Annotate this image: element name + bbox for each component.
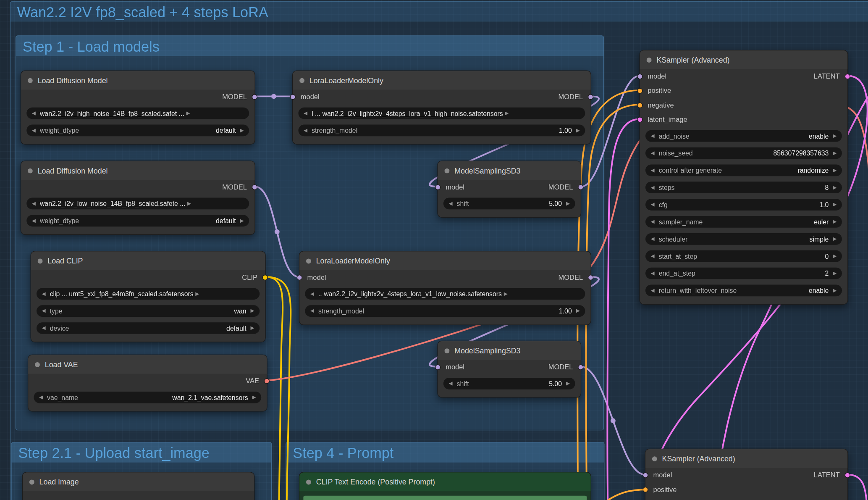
widget-steps[interactable]: ◀steps8▶ — [645, 182, 842, 193]
widget-device[interactable]: ◀devicedefault▶ — [37, 322, 260, 334]
widget-control_after_generate[interactable]: ◀control after generaterandomize▶ — [645, 165, 842, 176]
node-loadimg[interactable]: Load Image — [22, 472, 255, 500]
node-header-ldm1[interactable]: Load Diffusion Model — [21, 71, 254, 90]
widget-next-arrow-icon[interactable]: ▶ — [831, 233, 839, 245]
widget-combo-0[interactable]: ◀wan2.2_i2v_high_noise_14B_fp8_scaled.sa… — [26, 108, 249, 119]
widget-return_with_leftover_noise[interactable]: ◀return_with_leftover_noiseenable▶ — [645, 285, 842, 297]
model-input-dot[interactable] — [290, 94, 296, 100]
widget-end_at_step[interactable]: ◀end_at_step2▶ — [645, 268, 842, 279]
MODEL-output-dot[interactable] — [588, 94, 593, 100]
widget-next-arrow-icon[interactable]: ▶ — [194, 288, 201, 300]
widget-type[interactable]: ◀typewan▶ — [37, 305, 260, 317]
MODEL-output-dot[interactable] — [252, 184, 257, 190]
collapse-icon[interactable] — [28, 168, 33, 173]
collapse-icon[interactable] — [28, 78, 33, 83]
node-header-mssd3b[interactable]: ModelSamplingSD3 — [438, 341, 581, 360]
collapse-icon[interactable] — [652, 456, 657, 461]
widget-next-arrow-icon[interactable]: ▶ — [502, 288, 509, 300]
widget-prev-arrow-icon[interactable]: ◀ — [30, 198, 37, 210]
model-input-dot[interactable] — [435, 184, 441, 190]
node-vae[interactable]: Load VAEVAE◀vae_namewan_2.1_vae.safetens… — [28, 355, 267, 412]
model-input-dot[interactable] — [637, 74, 642, 79]
model-input-dot[interactable] — [297, 275, 302, 280]
widget-next-arrow-icon[interactable]: ▶ — [831, 285, 839, 297]
node-header-lora1[interactable]: LoraLoaderModelOnly — [293, 71, 590, 90]
node-header-lora2[interactable]: LoraLoaderModelOnly — [299, 251, 590, 270]
node-header-vae[interactable]: Load VAE — [28, 355, 267, 374]
widget-next-arrow-icon[interactable]: ▶ — [574, 305, 582, 317]
MODEL-output-dot[interactable] — [588, 275, 593, 280]
widget-next-arrow-icon[interactable]: ▶ — [249, 322, 256, 334]
VAE-output-dot[interactable] — [264, 378, 270, 384]
widget-noise_seed[interactable]: ◀noise_seed856307298357633▶ — [645, 147, 842, 159]
widget-strength_model[interactable]: ◀strength_model1.00▶ — [299, 125, 585, 137]
positive-input-dot[interactable] — [642, 487, 648, 492]
widget-combo-0[interactable]: ◀wan2.2_i2v_low_noise_14B_fp8_scaled.saf… — [26, 198, 249, 210]
collapse-icon[interactable] — [445, 168, 450, 173]
widget-next-arrow-icon[interactable]: ▶ — [831, 182, 839, 193]
collapse-icon[interactable] — [29, 479, 34, 484]
node-header-ldm2[interactable]: Load Diffusion Model — [21, 161, 254, 180]
widget-prev-arrow-icon[interactable]: ◀ — [308, 305, 316, 317]
node-graph-canvas[interactable]: Wan2.2 I2V fp8_scaled + 4 steps LoRAStep… — [0, 0, 868, 500]
widget-combo-0[interactable]: ◀l ... wan2.2_i2v_lightx2v_4steps_lora_v… — [299, 108, 585, 119]
node-header-cte[interactable]: CLIP Text Encode (Positive Prompt) — [299, 472, 590, 491]
MODEL-output-dot[interactable] — [578, 364, 583, 370]
latent_image-input-dot[interactable] — [637, 117, 642, 122]
node-cte[interactable]: CLIP Text Encode (Positive Prompt) — [299, 472, 591, 500]
widget-next-arrow-icon[interactable]: ▶ — [503, 108, 511, 119]
node-ks2[interactable]: KSampler (Advanced)modelLATENTpositive — [645, 449, 848, 500]
widget-next-arrow-icon[interactable]: ▶ — [831, 165, 839, 176]
widget-next-arrow-icon[interactable]: ▶ — [564, 198, 572, 210]
widget-prev-arrow-icon[interactable]: ◀ — [447, 198, 454, 210]
widget-shift[interactable]: ◀shift5.00▶ — [443, 378, 575, 389]
widget-prev-arrow-icon[interactable]: ◀ — [30, 108, 37, 119]
widget-scheduler[interactable]: ◀schedulersimple▶ — [645, 233, 842, 245]
positive-input-dot[interactable] — [637, 88, 642, 94]
widget-prev-arrow-icon[interactable]: ◀ — [40, 288, 47, 300]
widget-prev-arrow-icon[interactable]: ◀ — [302, 125, 309, 137]
widget-prev-arrow-icon[interactable]: ◀ — [649, 216, 656, 228]
node-clip[interactable]: Load CLIPCLIP◀clip ... umt5_xxl_fp8_e4m3… — [31, 251, 266, 342]
node-header-ks2[interactable]: KSampler (Advanced) — [645, 449, 847, 468]
widget-next-arrow-icon[interactable]: ▶ — [831, 268, 839, 279]
widget-prev-arrow-icon[interactable]: ◀ — [649, 199, 656, 211]
widget-prev-arrow-icon[interactable]: ◀ — [649, 165, 656, 176]
widget-prev-arrow-icon[interactable]: ◀ — [649, 233, 656, 245]
LATENT-output-dot[interactable] — [845, 74, 850, 79]
node-header-mssd3a[interactable]: ModelSamplingSD3 — [438, 161, 581, 180]
model-input-dot[interactable] — [435, 364, 441, 370]
widget-prev-arrow-icon[interactable]: ◀ — [447, 378, 454, 389]
collapse-icon[interactable] — [299, 78, 304, 83]
collapse-icon[interactable] — [445, 348, 450, 353]
widget-prev-arrow-icon[interactable]: ◀ — [40, 322, 47, 334]
widget-next-arrow-icon[interactable]: ▶ — [185, 198, 193, 210]
widget-next-arrow-icon[interactable]: ▶ — [831, 147, 839, 159]
widget-next-arrow-icon[interactable]: ▶ — [831, 130, 839, 142]
widget-vae_name[interactable]: ◀vae_namewan_2.1_vae.safetensors▶ — [34, 392, 261, 403]
widget-prev-arrow-icon[interactable]: ◀ — [649, 285, 656, 297]
widget-combo-0[interactable]: ◀.. wan2.2_i2v_lightx2v_4steps_lora_v1_l… — [305, 288, 585, 300]
widget-cfg[interactable]: ◀cfg1.0▶ — [645, 199, 842, 211]
widget-prev-arrow-icon[interactable]: ◀ — [40, 305, 47, 317]
node-lora2[interactable]: LoraLoaderModelOnlymodelMODEL◀.. wan2.2_… — [299, 251, 591, 325]
widget-prev-arrow-icon[interactable]: ◀ — [649, 147, 656, 159]
widget-prev-arrow-icon[interactable]: ◀ — [30, 125, 37, 137]
collapse-icon[interactable] — [35, 362, 40, 367]
widget-next-arrow-icon[interactable]: ▶ — [831, 216, 839, 228]
node-ks1[interactable]: KSampler (Advanced)modelLATENTpositivene… — [640, 50, 848, 305]
widget-next-arrow-icon[interactable]: ▶ — [250, 392, 258, 403]
widget-next-arrow-icon[interactable]: ▶ — [238, 215, 246, 226]
MODEL-output-dot[interactable] — [252, 94, 257, 100]
widget-next-arrow-icon[interactable]: ▶ — [184, 108, 192, 119]
widget-shift[interactable]: ◀shift5.00▶ — [443, 198, 575, 210]
widget-next-arrow-icon[interactable]: ▶ — [238, 125, 246, 137]
node-lora1[interactable]: LoraLoaderModelOnlymodelMODEL◀l ... wan2… — [292, 70, 591, 145]
widget-start_at_step[interactable]: ◀start_at_step0▶ — [645, 250, 842, 262]
widget-next-arrow-icon[interactable]: ▶ — [249, 305, 256, 317]
node-ldm2[interactable]: Load Diffusion ModelMODEL◀wan2.2_i2v_low… — [21, 161, 255, 235]
prompt-text-area[interactable] — [303, 496, 587, 500]
widget-prev-arrow-icon[interactable]: ◀ — [649, 250, 656, 262]
collapse-icon[interactable] — [306, 479, 311, 484]
widget-prev-arrow-icon[interactable]: ◀ — [308, 288, 316, 300]
